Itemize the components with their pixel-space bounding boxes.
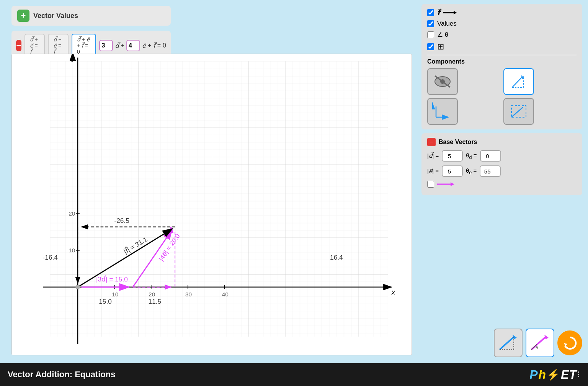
component-vector-btn[interactable] bbox=[503, 68, 534, 95]
scalar-e-input[interactable] bbox=[126, 40, 140, 51]
component-parallelogram-btn[interactable] bbox=[503, 98, 534, 125]
svg-line-48 bbox=[512, 77, 522, 87]
d-vector-label: d⃗ bbox=[115, 42, 119, 49]
component-diagonal-btn[interactable] bbox=[427, 98, 458, 125]
phet-dots: ⁝ bbox=[577, 369, 580, 380]
f-arrow-icon bbox=[443, 10, 457, 15]
bottom-bar: Vector Addition: Equations P h ⚡ ET ⁝ bbox=[0, 363, 588, 386]
d-magnitude-input[interactable] bbox=[442, 150, 463, 162]
graph-svg: x y 10 20 30 40 10 20 bbox=[12, 54, 412, 355]
components-grid bbox=[427, 68, 577, 125]
reset-button[interactable] bbox=[557, 330, 582, 355]
blue-vector-btn[interactable] bbox=[494, 329, 523, 357]
grid-label: ⊞ bbox=[437, 42, 444, 52]
svg-marker-63 bbox=[544, 335, 549, 339]
angle-label: ∠ θ bbox=[437, 31, 448, 39]
vector-values-toolbar: + Vector Values bbox=[11, 6, 171, 26]
e-magnitude-label: |e⃗| = bbox=[427, 168, 439, 175]
svg-text:|3d⃗| = 15.0: |3d⃗| = 15.0 bbox=[96, 275, 128, 283]
svg-marker-59 bbox=[513, 335, 517, 339]
svg-text:30: 30 bbox=[185, 291, 192, 298]
magenta-checkbox-row bbox=[427, 181, 577, 188]
base-vectors-section: − Base Vectors |d⃗| = θd = |e⃗| = θe = bbox=[421, 133, 582, 195]
magenta-vector-icon: θ bbox=[529, 332, 550, 353]
magenta-arrow-checkbox[interactable] bbox=[427, 181, 434, 188]
svg-text:-16.4: -16.4 bbox=[43, 254, 58, 261]
svg-text:10: 10 bbox=[112, 291, 118, 298]
magenta-vector-btn[interactable]: θ bbox=[526, 329, 554, 357]
component-hidden-btn[interactable] bbox=[427, 68, 458, 95]
main-graph-canvas[interactable]: x y 10 20 30 40 10 20 bbox=[11, 54, 412, 355]
svg-text:20: 20 bbox=[149, 291, 155, 298]
svg-rect-1 bbox=[50, 61, 388, 337]
f-vector-checkbox[interactable] bbox=[427, 9, 434, 16]
magenta-arrow-icon bbox=[437, 181, 454, 187]
diagonal-components-icon bbox=[432, 102, 453, 121]
svg-point-23 bbox=[75, 285, 80, 290]
svg-text:y: y bbox=[71, 54, 76, 62]
d-magnitude-label: |d⃗| = bbox=[427, 152, 439, 159]
svg-marker-42 bbox=[454, 11, 457, 15]
svg-line-55 bbox=[511, 107, 523, 117]
values-checkbox-row: Values bbox=[427, 20, 577, 28]
e-vector-label: e⃗ bbox=[142, 42, 146, 49]
grid-checkbox-row: ⊞ bbox=[427, 42, 577, 52]
svg-marker-65 bbox=[564, 343, 567, 346]
theta-d-label: θd = bbox=[466, 152, 477, 160]
phet-lightning-icon: ⚡ bbox=[547, 368, 560, 381]
base-vectors-title: Base Vectors bbox=[439, 139, 477, 146]
svg-text:10: 10 bbox=[69, 247, 75, 254]
toolbar-title: Vector Values bbox=[33, 12, 78, 20]
phet-logo: P h ⚡ ET ⁝ bbox=[529, 368, 580, 382]
svg-text:16.4: 16.4 bbox=[330, 254, 343, 261]
theta-e-input[interactable] bbox=[480, 165, 501, 177]
theta-d-input[interactable] bbox=[480, 150, 501, 162]
svg-text:15.0: 15.0 bbox=[99, 298, 112, 305]
scalar-d-input[interactable] bbox=[99, 40, 113, 51]
angle-checkbox-row: ∠ θ bbox=[427, 31, 577, 39]
d-vector-row: |d⃗| = θd = bbox=[427, 150, 577, 162]
phet-p: P bbox=[529, 368, 537, 382]
vector-components-icon bbox=[508, 72, 529, 91]
grid-checkbox[interactable] bbox=[427, 43, 434, 50]
remove-equation-button[interactable]: − bbox=[16, 40, 21, 51]
reset-icon bbox=[562, 335, 578, 351]
angle-checkbox[interactable] bbox=[427, 31, 434, 38]
values-checkbox[interactable] bbox=[427, 20, 434, 27]
eye-slash-icon bbox=[433, 74, 452, 89]
e-vector-row: |e⃗| = θe = bbox=[427, 165, 577, 177]
values-label: Values bbox=[437, 20, 457, 28]
base-vectors-minus-btn[interactable]: − bbox=[427, 138, 436, 146]
settings-section: f⃗ Values ∠ θ ⊞ Components bbox=[421, 4, 582, 129]
theta-e-label: θe = bbox=[466, 167, 477, 175]
phet-h: h bbox=[539, 368, 546, 382]
right-panel: f⃗ Values ∠ θ ⊞ Components bbox=[421, 4, 582, 355]
svg-text:40: 40 bbox=[222, 291, 229, 298]
components-label: Components bbox=[427, 58, 577, 65]
divider-1 bbox=[427, 55, 577, 55]
blue-vector-icon bbox=[498, 332, 519, 353]
svg-text:11.5: 11.5 bbox=[149, 298, 162, 305]
svg-line-58 bbox=[500, 337, 514, 350]
svg-text:x: x bbox=[391, 288, 396, 296]
phet-et: ET bbox=[561, 368, 577, 382]
f-vector-checkbox-row: f⃗ bbox=[427, 8, 577, 17]
svg-text:-26.5: -26.5 bbox=[114, 217, 129, 224]
svg-marker-57 bbox=[451, 182, 454, 186]
f-vector-label: f⃗ bbox=[437, 8, 440, 17]
app-title: Vector Addition: Equations bbox=[8, 370, 116, 379]
e-magnitude-input[interactable] bbox=[442, 165, 463, 177]
bottom-right-buttons: θ bbox=[494, 329, 582, 357]
base-vectors-header: − Base Vectors bbox=[427, 138, 577, 146]
add-vector-button[interactable]: + bbox=[17, 10, 29, 22]
parallelogram-icon bbox=[508, 102, 529, 121]
svg-text:20: 20 bbox=[69, 210, 75, 217]
svg-text:θ: θ bbox=[536, 345, 538, 350]
scalar-equation: d⃗ + e⃗ + f⃗ = 0 bbox=[99, 40, 166, 51]
